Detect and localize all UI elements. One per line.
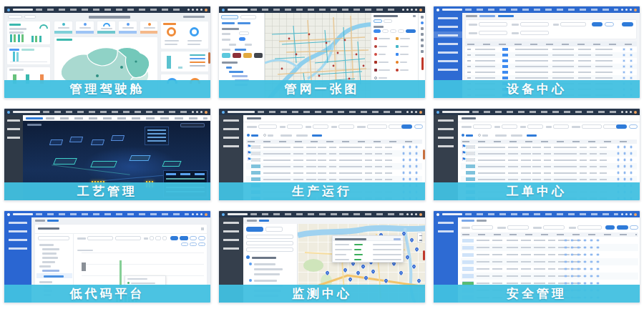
scrollbar-thumb[interactable] <box>423 250 425 260</box>
radio-all[interactable] <box>247 134 250 137</box>
radio-mine[interactable] <box>263 134 266 137</box>
tree-active-node[interactable] <box>36 273 72 278</box>
stepper-minus[interactable] <box>150 236 154 240</box>
date-from-input[interactable] <box>367 124 387 129</box>
tile-pipe-network-map[interactable]: 管网一张图 <box>218 6 426 99</box>
zoom-in-icon[interactable] <box>419 235 422 237</box>
install-date-input[interactable] <box>520 31 549 35</box>
sidebar-menu[interactable] <box>7 119 20 141</box>
legend-chip-cyan[interactable] <box>222 53 230 58</box>
red-slider[interactable] <box>421 57 424 70</box>
legend-icon[interactable] <box>396 45 399 48</box>
query-button[interactable] <box>170 236 178 240</box>
reset-button[interactable] <box>605 22 614 26</box>
alarm-type-select[interactable] <box>472 225 493 230</box>
legend-icon[interactable] <box>396 37 399 40</box>
keyword-input[interactable] <box>473 124 492 129</box>
tile-process-management[interactable]: 工艺管理 <box>4 108 211 201</box>
reset-button[interactable] <box>414 124 423 129</box>
add-device-button[interactable] <box>622 22 633 26</box>
type-select[interactable] <box>502 124 517 129</box>
sidebar-active-item[interactable] <box>434 31 462 38</box>
device-type-select[interactable] <box>520 22 549 26</box>
alarm-level-select[interactable] <box>507 225 529 230</box>
legend-icon[interactable] <box>374 61 377 64</box>
stepper-value[interactable] <box>155 236 161 240</box>
zoom-control[interactable] <box>417 232 422 242</box>
popup-actions[interactable] <box>394 238 401 240</box>
device-code-input[interactable] <box>479 31 507 35</box>
status-select[interactable] <box>543 225 565 230</box>
export-button[interactable] <box>180 236 188 240</box>
end-time-input[interactable] <box>115 236 141 240</box>
legend-chip-dark[interactable] <box>254 53 263 58</box>
tool-icon[interactable] <box>421 21 424 24</box>
level-select[interactable] <box>338 124 354 129</box>
group-select[interactable] <box>246 241 293 245</box>
date-from-input[interactable] <box>582 124 602 129</box>
date-select[interactable] <box>24 15 36 19</box>
table-view-button[interactable] <box>198 236 205 240</box>
region-select[interactable] <box>8 15 22 19</box>
tab-pipe[interactable] <box>384 19 392 23</box>
date-range-input[interactable] <box>577 225 602 230</box>
tile-low-code-platform[interactable]: 低代码平台 <box>4 210 211 303</box>
legend-icon[interactable] <box>396 53 399 56</box>
search-button[interactable] <box>401 124 412 129</box>
tool-icon[interactable] <box>421 27 424 30</box>
scrollbar-thumb[interactable] <box>208 52 210 64</box>
tile-monitoring-center[interactable]: 监测中心 <box>218 210 426 303</box>
legend-icon[interactable] <box>396 61 399 64</box>
tile-work-order-center[interactable]: ⚑ ⚑ ⚑ 工单中心 <box>433 108 640 201</box>
legend-chip-red[interactable] <box>233 53 241 58</box>
tool-icon[interactable] <box>421 16 424 19</box>
tab-facility[interactable] <box>374 19 382 23</box>
pill-option[interactable] <box>382 29 389 33</box>
status-select[interactable] <box>313 124 328 129</box>
month-button[interactable] <box>198 242 205 246</box>
tile-management-cockpit[interactable]: 管理驾驶舱 <box>4 6 211 99</box>
batch-handle-button[interactable] <box>617 225 628 230</box>
keyword-input[interactable] <box>258 124 277 129</box>
scene-search-input[interactable] <box>180 123 205 127</box>
tab-query[interactable] <box>240 15 256 19</box>
pill-option[interactable] <box>398 29 404 33</box>
legend-chip-orange[interactable] <box>243 53 252 58</box>
tool-icon[interactable] <box>421 33 424 36</box>
layer-select[interactable] <box>239 31 249 35</box>
tab-layers[interactable] <box>221 15 238 19</box>
tile-safety-management[interactable]: 安全管理 <box>433 210 640 303</box>
legend-icon[interactable] <box>374 37 377 40</box>
sidebar-menu[interactable] <box>438 17 458 74</box>
legend-icon[interactable] <box>374 69 377 72</box>
tool-icon[interactable] <box>421 39 424 41</box>
tab-realtime[interactable] <box>246 227 263 232</box>
search-button[interactable] <box>616 124 627 129</box>
legend-icon[interactable] <box>374 45 377 48</box>
tab-history[interactable] <box>265 227 283 232</box>
sidebar-menu[interactable] <box>438 119 454 149</box>
active-plant-tab[interactable] <box>26 117 43 119</box>
legend-icon[interactable] <box>374 77 377 79</box>
close-icon[interactable] <box>413 15 416 17</box>
radio-mine[interactable] <box>478 134 481 137</box>
sidebar-menu[interactable] <box>9 222 27 252</box>
tool-icon[interactable] <box>421 50 424 53</box>
level-select[interactable] <box>553 124 569 129</box>
legend-icon[interactable] <box>396 69 399 72</box>
scrollbar-thumb[interactable] <box>423 149 425 160</box>
close-icon[interactable] <box>201 227 204 230</box>
legend-icon[interactable] <box>374 53 377 56</box>
status-select[interactable] <box>560 22 586 26</box>
clear-selection-button[interactable] <box>406 29 416 33</box>
radio-all[interactable] <box>462 134 464 137</box>
chart-view-button[interactable] <box>190 236 197 240</box>
search-button[interactable] <box>605 225 615 230</box>
status-select[interactable] <box>527 124 543 129</box>
plant-tabs[interactable] <box>46 117 208 119</box>
week-button[interactable] <box>190 242 197 246</box>
device-name-input[interactable] <box>479 22 507 26</box>
tree-search-input[interactable] <box>38 236 69 240</box>
pill-all[interactable] <box>374 29 381 33</box>
search-button[interactable] <box>592 22 602 26</box>
